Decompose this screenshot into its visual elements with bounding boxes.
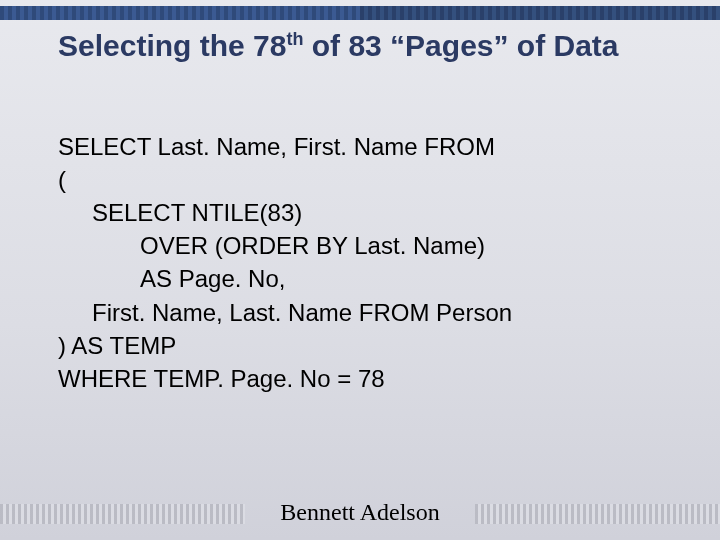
code-line-2: ( xyxy=(58,163,680,196)
slide: Selecting the 78th of 83 “Pages” of Data… xyxy=(0,0,720,540)
code-block: SELECT Last. Name, First. Name FROM ( SE… xyxy=(58,130,680,395)
code-line-3: SELECT NTILE(83) xyxy=(58,196,680,229)
code-line-7: ) AS TEMP xyxy=(58,329,680,362)
code-line-8: WHERE TEMP. Page. No = 78 xyxy=(58,362,680,395)
code-line-6: First. Name, Last. Name FROM Person xyxy=(58,296,680,329)
code-line-1: SELECT Last. Name, First. Name FROM xyxy=(58,130,680,163)
code-line-4: OVER (ORDER BY Last. Name) xyxy=(58,229,680,262)
code-line-5: AS Page. No, xyxy=(58,262,680,295)
title-post: of 83 “Pages” of Data xyxy=(303,29,618,62)
top-decorative-bar xyxy=(0,6,720,20)
title-pre: Selecting the 78 xyxy=(58,29,286,62)
title-sup: th xyxy=(286,29,303,49)
top-bar-left xyxy=(0,6,360,20)
top-bar-right xyxy=(360,6,720,20)
slide-title: Selecting the 78th of 83 “Pages” of Data xyxy=(58,28,680,64)
footer-text: Bennett Adelson xyxy=(0,499,720,526)
